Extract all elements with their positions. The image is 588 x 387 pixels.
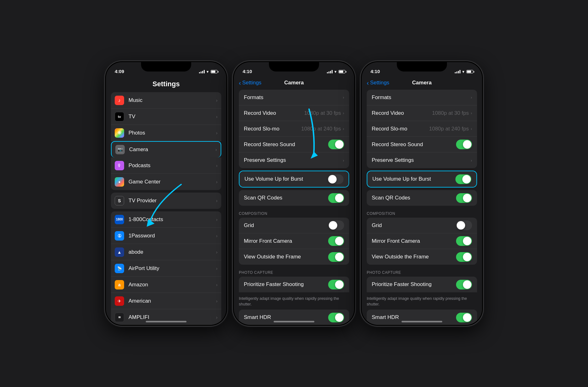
- record-video-row-3[interactable]: Record Video 1080p at 30 fps ›: [367, 105, 477, 121]
- formats-row-2[interactable]: Formats ›: [239, 90, 349, 105]
- record-stereo-toggle-2[interactable]: [328, 140, 344, 149]
- home-indicator-1: [146, 321, 186, 322]
- qr-label-3: Scan QR Codes: [372, 195, 456, 201]
- view-outside-toggle-2[interactable]: [328, 252, 344, 262]
- list-item-abode[interactable]: ▲ abode ›: [111, 244, 221, 260]
- list-item-podcasts[interactable]: 🎙 Podcasts ›: [111, 157, 221, 174]
- record-slomo-chevron-3: ›: [471, 126, 472, 131]
- qr-group-3: Scan QR Codes: [367, 190, 477, 206]
- view-outside-row-2[interactable]: View Outside the Frame: [239, 249, 349, 265]
- grid-row-2[interactable]: Grid: [239, 218, 349, 233]
- qr-toggle-2[interactable]: [328, 193, 344, 203]
- qr-toggle-3[interactable]: [456, 193, 472, 203]
- prioritize-row-2[interactable]: Prioritize Faster Shooting: [239, 277, 349, 292]
- qr-row-3[interactable]: Scan QR Codes: [367, 190, 477, 206]
- nav-bar-2: ‹ Settings Camera: [234, 76, 354, 90]
- back-button-3[interactable]: ‹ Settings: [367, 79, 389, 87]
- podcasts-icon: 🎙: [115, 161, 124, 170]
- burst-row-2[interactable]: Use Volume Up for Burst: [239, 171, 349, 187]
- record-video-row-2[interactable]: Record Video 1080p at 30 fps ›: [239, 105, 349, 121]
- list-item-music[interactable]: ♪ Music ›: [111, 92, 221, 109]
- record-stereo-row-2[interactable]: Record Stereo Sound: [239, 137, 349, 152]
- notch-3: [397, 62, 447, 72]
- amplifi-label: AMPLIFI: [129, 314, 215, 321]
- amazon-chevron: ›: [216, 282, 218, 287]
- list-item-amazon[interactable]: a Amazon ›: [111, 277, 221, 293]
- record-slomo-row-3[interactable]: Record Slo-mo 1080p at 240 fps ›: [367, 121, 477, 137]
- mirror-row-3[interactable]: Mirror Front Camera: [367, 233, 477, 249]
- prioritize-toggle-3[interactable]: [456, 280, 472, 289]
- record-slomo-row-2[interactable]: Record Slo-mo 1080p at 240 fps ›: [239, 121, 349, 137]
- qr-row-2[interactable]: Scan QR Codes: [239, 190, 349, 206]
- preserve-settings-chevron-2: ›: [343, 158, 344, 163]
- wifi-icon: ▾: [207, 69, 209, 74]
- smarthdr-toggle-3[interactable]: [456, 313, 472, 322]
- view-outside-row-3[interactable]: View Outside the Frame: [367, 249, 477, 265]
- list-item-1password[interactable]: ① 1Password ›: [111, 228, 221, 244]
- list-item-airport[interactable]: 📡 AirPort Utility ›: [111, 260, 221, 277]
- burst-row-3[interactable]: Use Volume Up for Burst: [367, 171, 476, 187]
- grid-toggle-3[interactable]: [456, 220, 472, 230]
- list-item-gamecenter[interactable]: ● Game Center ›: [111, 174, 221, 190]
- abode-chevron: ›: [216, 250, 218, 255]
- prioritize-row-3[interactable]: Prioritize Faster Shooting: [367, 277, 477, 292]
- smarthdr-row-2[interactable]: Smart HDR: [239, 310, 349, 325]
- camera-icon: 📷: [115, 145, 125, 154]
- record-video-label-3: Record Video: [372, 110, 432, 116]
- record-stereo-row-3[interactable]: Record Stereo Sound: [367, 137, 477, 152]
- prioritize-toggle-2[interactable]: [328, 280, 344, 289]
- list-item-photos[interactable]: ❋ Photos ›: [111, 125, 221, 141]
- list-item-american[interactable]: ✈ American ›: [111, 293, 221, 309]
- mirror-row-2[interactable]: Mirror Front Camera: [239, 233, 349, 249]
- preserve-settings-row-3[interactable]: Preserve Settings ›: [367, 152, 477, 168]
- back-label-2: Settings: [242, 80, 261, 86]
- back-arrow-3: ‹: [367, 79, 369, 87]
- smarthdr-row-3[interactable]: Smart HDR: [367, 310, 477, 325]
- photos-label: Photos: [129, 130, 215, 136]
- prioritize-label-3: Prioritize Faster Shooting: [372, 281, 456, 288]
- burst-toggle-3[interactable]: [455, 174, 471, 184]
- back-button-2[interactable]: ‹ Settings: [239, 79, 261, 87]
- tv-chevron: ›: [216, 114, 218, 119]
- mirror-toggle-2[interactable]: [328, 236, 344, 246]
- wifi-icon-3: ▾: [462, 69, 465, 74]
- tv-label: TV: [129, 114, 215, 120]
- smarthdr-group-2: Smart HDR: [239, 310, 349, 325]
- preserve-settings-row-2[interactable]: Preserve Settings ›: [239, 152, 349, 168]
- signal-icon-3: [455, 70, 460, 73]
- amazon-label: Amazon: [129, 282, 215, 288]
- smarthdr-toggle-2[interactable]: [328, 313, 344, 322]
- photo-subtext-2: Intelligently adapt image quality when r…: [234, 295, 354, 310]
- preserve-settings-chevron-3: ›: [471, 158, 472, 163]
- amazon-icon: a: [115, 280, 124, 289]
- list-item-tv[interactable]: tv TV ›: [111, 109, 221, 125]
- 1800contacts-label: 1-800Contacts: [129, 216, 215, 223]
- record-video-label-2: Record Video: [244, 110, 304, 116]
- record-video-chevron-2: ›: [343, 111, 344, 115]
- phone-2: 4:10 ▾ ‹ Set: [233, 61, 355, 326]
- list-item-camera[interactable]: 📷 Camera ›: [111, 141, 221, 157]
- apps-group: 1800 1-800Contacts › ① 1Password ›: [111, 211, 221, 325]
- mirror-toggle-3[interactable]: [456, 236, 472, 246]
- grid-toggle-2[interactable]: [328, 220, 344, 230]
- tvprovider-label: TV Provider: [129, 198, 215, 204]
- camera-label: Camera: [129, 146, 214, 153]
- 1800contacts-chevron: ›: [216, 217, 218, 222]
- status-icons-1: ▾: [199, 69, 218, 74]
- signal-icon-2: [327, 70, 333, 73]
- burst-toggle-2[interactable]: [328, 174, 344, 184]
- 1password-icon: ①: [115, 231, 124, 241]
- composition-group-3: Grid Mirror Front Camera View Outside th…: [367, 218, 477, 265]
- grid-row-3[interactable]: Grid: [367, 218, 477, 233]
- list-item-amplifi[interactable]: ≋ AMPLIFI ›: [111, 309, 221, 325]
- record-stereo-toggle-3[interactable]: [456, 140, 472, 149]
- photos-chevron: ›: [216, 130, 218, 135]
- list-item-1800contacts[interactable]: 1800 1-800Contacts ›: [111, 211, 221, 228]
- photos-icon: ❋: [115, 128, 124, 138]
- view-outside-toggle-3[interactable]: [456, 252, 472, 262]
- battery-icon: [211, 70, 218, 73]
- record-slomo-label-3: Record Slo-mo: [372, 126, 429, 132]
- american-icon: ✈: [115, 296, 124, 306]
- list-item-tvprovider[interactable]: S TV Provider ›: [111, 193, 221, 209]
- formats-row-3[interactable]: Formats ›: [367, 90, 477, 105]
